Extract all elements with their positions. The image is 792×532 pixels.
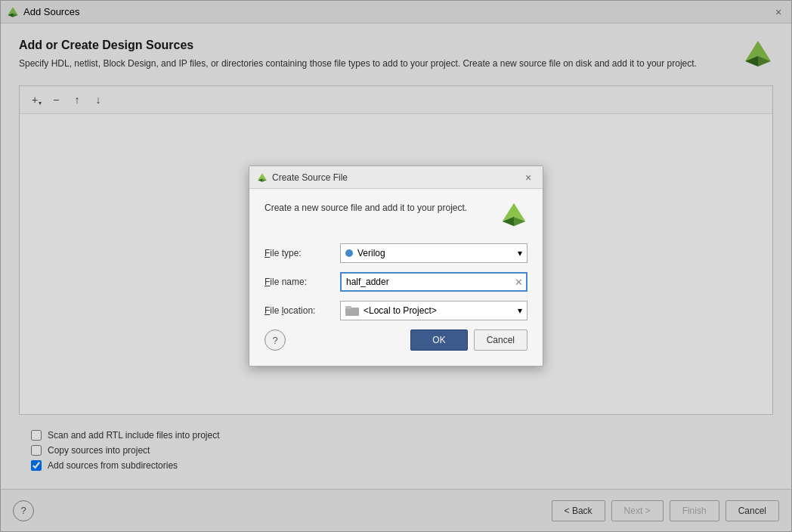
dialog-title-bar: Create Source File × [249, 166, 543, 189]
create-source-dialog: Create Source File × Create a new source… [249, 165, 543, 367]
file-location-row: File location: <Local to Project> ▾ [265, 301, 527, 320]
file-name-input-wrapper: ✕ [340, 272, 527, 292]
dialog-ok-button[interactable]: OK [410, 329, 467, 351]
dialog-body: Create a new source file and add it to y… [249, 189, 543, 366]
file-type-value: Verilog [357, 248, 385, 258]
file-location-label: File location: [265, 305, 340, 316]
dialog-cancel-button[interactable]: Cancel [474, 329, 527, 351]
svg-rect-13 [345, 306, 351, 309]
dialog-vivado-logo [500, 201, 527, 228]
file-name-input[interactable] [340, 272, 527, 292]
dialog-close-button[interactable]: × [521, 171, 535, 184]
dialog-description: Create a new source file and add it to y… [265, 201, 527, 228]
file-location-select[interactable]: <Local to Project> ▾ [340, 301, 527, 320]
dialog-title-left: Create Source File [257, 172, 348, 183]
verilog-dot [345, 249, 353, 257]
dialog-overlay: Create Source File × Create a new source… [0, 0, 792, 532]
dialog-actions: ? OK Cancel [265, 329, 527, 351]
dialog-help-button[interactable]: ? [265, 329, 286, 351]
file-location-value: <Local to Project> [364, 305, 437, 316]
file-type-row: File type: Verilog ▾ [265, 243, 527, 263]
folder-icon [345, 305, 359, 316]
dialog-desc-text: Create a new source file and add it to y… [265, 201, 500, 215]
file-name-clear-button[interactable]: ✕ [512, 276, 524, 288]
file-name-row: File name: ✕ [265, 272, 527, 292]
file-type-select[interactable]: Verilog ▾ [340, 243, 527, 263]
file-type-chevron: ▾ [518, 248, 522, 258]
file-type-label: File type: [265, 248, 340, 258]
dialog-title: Create Source File [272, 172, 348, 183]
dialog-buttons: OK Cancel [410, 329, 527, 351]
dialog-vivado-icon [257, 172, 268, 183]
file-name-label: File name: [265, 277, 340, 287]
file-location-chevron: ▾ [518, 305, 522, 316]
